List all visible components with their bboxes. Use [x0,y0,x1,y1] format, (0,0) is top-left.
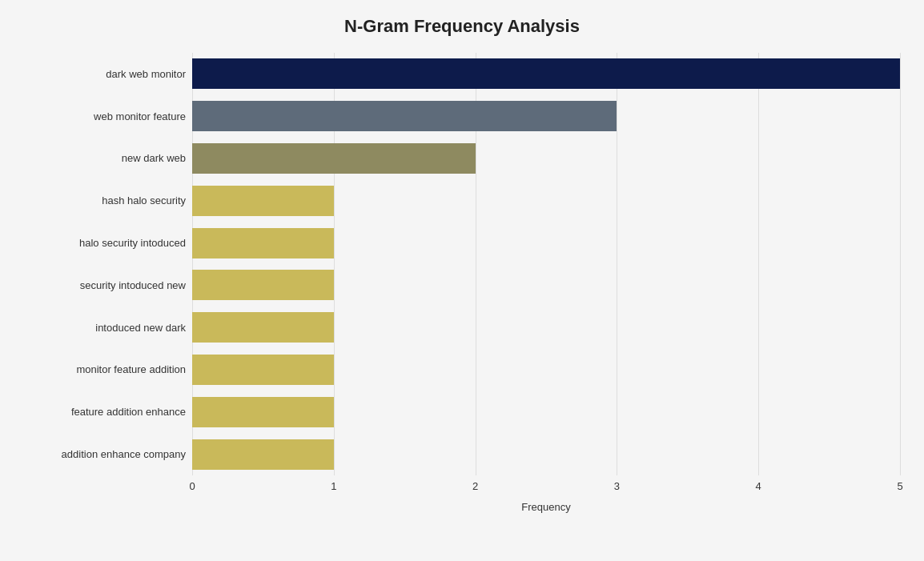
bars-wrapper [192,53,900,475]
y-label: dark web monitor [24,54,186,94]
bar [192,312,334,343]
bar-row [192,435,900,475]
bar-row [192,54,900,94]
bar-row [192,307,900,347]
y-label: new dark web [24,138,186,178]
chart-title: N-Gram Frequency Analysis [344,16,580,37]
bar [192,143,476,174]
bar [192,58,900,89]
y-label: security intoduced new [24,265,186,305]
bar-row [192,223,900,263]
y-label: addition enhance company [24,435,186,475]
chart-body: dark web monitorweb monitor featurenew d… [24,53,900,475]
bar-row [192,96,900,136]
bar-row [192,392,900,432]
bar [192,439,334,470]
grid-line [900,53,901,475]
chart-container: N-Gram Frequency Analysis dark web monit… [0,0,924,561]
y-label: intoduced new dark [24,307,186,347]
y-label: web monitor feature [24,96,186,136]
x-axis: 012345 [24,480,900,496]
bar-row [192,265,900,305]
chart-area: dark web monitorweb monitor featurenew d… [24,53,900,513]
bar-row [192,350,900,390]
bar-row [192,181,900,221]
x-axis-title: Frequency [24,501,900,513]
y-label: feature addition enhance [24,392,186,432]
bar [192,397,334,427]
bar [192,270,334,300]
bars-and-grid [192,53,900,475]
y-label: monitor feature addition [24,350,186,390]
bar [192,228,334,258]
bar [192,101,617,131]
bar [192,355,334,385]
y-axis: dark web monitorweb monitor featurenew d… [24,53,192,475]
bar [192,186,334,216]
y-label: halo security intoduced [24,223,186,263]
y-label: hash halo security [24,181,186,221]
bar-row [192,138,900,178]
